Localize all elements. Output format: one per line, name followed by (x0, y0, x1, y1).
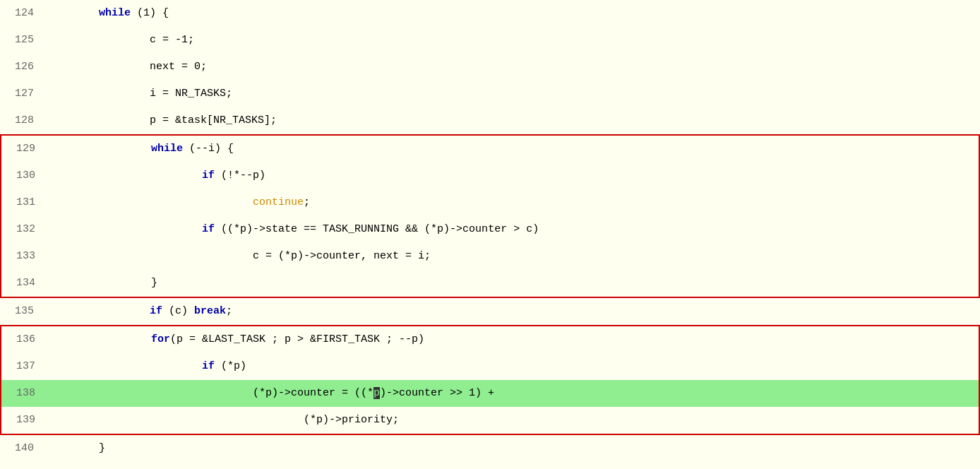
line-content-129: while (--i) { (44, 136, 979, 162)
line-content-127: i = NR_TASKS; (42, 81, 980, 107)
line-content-139: (*p)->priority; (44, 407, 979, 434)
keyword-if-4: if (202, 360, 215, 372)
line-num-138: 138 (1, 380, 44, 407)
code-editor: 124 while (1) { 125 c = -1; 126 next = 0… (0, 0, 980, 469)
line-138: 138 (*p)->counter = ((*p)->counter >> 1)… (0, 380, 980, 407)
line-num-131: 131 (1, 189, 44, 216)
cursor: p (374, 387, 380, 399)
line-content-130: if (!*--p) (44, 162, 979, 189)
line-num-124: 124 (0, 0, 42, 27)
line-141: 141 switch_to(next); (0, 462, 980, 469)
line-num-139: 139 (1, 407, 44, 434)
line-content-137: if (*p) (44, 353, 979, 380)
line-num-135: 135 (0, 298, 42, 325)
line-127: 127 i = NR_TASKS; (0, 81, 980, 107)
line-136: 136 for(p = &LAST_TASK ; p > &FIRST_TASK… (0, 325, 980, 353)
line-content-126: next = 0; (42, 54, 980, 81)
line-129: 129 while (--i) { (0, 134, 980, 162)
line-140: 140 } (0, 435, 980, 462)
line-content-131: continue; (44, 189, 979, 216)
line-num-136: 136 (1, 326, 44, 353)
line-num-133: 133 (1, 243, 44, 270)
line-content-124: while (1) { (42, 0, 980, 27)
line-num-129: 129 (1, 136, 44, 162)
line-124: 124 while (1) { (0, 0, 980, 27)
line-content-128: p = &task[NR_TASKS]; (42, 107, 980, 134)
line-130: 130 if (!*--p) (0, 162, 980, 189)
keyword-while-2: while (151, 143, 183, 155)
keyword-for: for (151, 333, 170, 345)
line-num-140: 140 (0, 435, 42, 462)
keyword-if-1: if (202, 170, 215, 182)
line-num-126: 126 (0, 54, 42, 81)
keyword-if-3: if (150, 305, 162, 317)
line-num-141: 141 (0, 462, 42, 469)
line-content-140: } (42, 435, 980, 462)
line-content-136: for(p = &LAST_TASK ; p > &FIRST_TASK ; -… (44, 326, 979, 353)
line-125: 125 c = -1; (0, 27, 980, 54)
line-num-137: 137 (1, 353, 44, 380)
line-num-134: 134 (1, 270, 44, 297)
line-num-125: 125 (0, 27, 42, 54)
line-content-132: if ((*p)->state == TASK_RUNNING && (*p)-… (44, 216, 979, 243)
line-content-134: } (44, 270, 979, 297)
line-num-132: 132 (1, 216, 44, 243)
line-132: 132 if ((*p)->state == TASK_RUNNING && (… (0, 216, 980, 243)
line-126: 126 next = 0; (0, 54, 980, 81)
line-content-138: (*p)->counter = ((*p)->counter >> 1) + (44, 380, 979, 407)
line-128: 128 p = &task[NR_TASKS]; (0, 107, 980, 134)
line-131: 131 continue; (0, 189, 980, 216)
line-num-128: 128 (0, 107, 42, 134)
line-139: 139 (*p)->priority; (0, 407, 980, 435)
keyword-while: while (99, 7, 131, 19)
line-137: 137 if (*p) (0, 353, 980, 380)
keyword-continue: continue (253, 196, 304, 208)
line-num-127: 127 (0, 81, 42, 107)
line-content-133: c = (*p)->counter, next = i; (44, 243, 979, 270)
line-content-125: c = -1; (42, 27, 980, 54)
keyword-if-2: if (202, 223, 215, 235)
line-135: 135 if (c) break; (0, 298, 980, 325)
line-133: 133 c = (*p)->counter, next = i; (0, 243, 980, 270)
line-content-135: if (c) break; (42, 298, 980, 325)
keyword-break: break (194, 305, 226, 317)
line-num-130: 130 (1, 162, 44, 189)
line-content-141: switch_to(next); (42, 462, 980, 469)
line-134: 134 } (0, 270, 980, 298)
